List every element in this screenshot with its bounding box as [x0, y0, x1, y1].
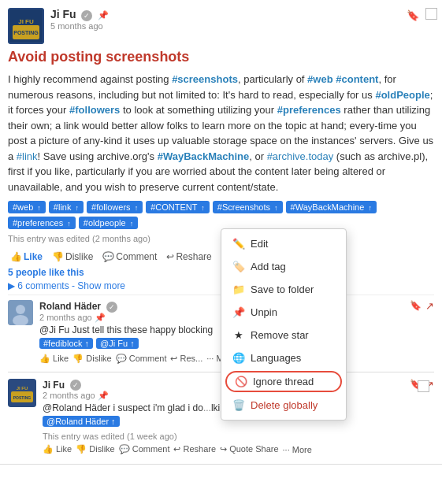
link-text[interactable]: #link: [17, 150, 38, 162]
dropdown-languages[interactable]: 🌐 Languages: [221, 346, 346, 369]
comment-tag-jifu[interactable]: @Ji Fu ↑: [96, 338, 139, 349]
tag-followers[interactable]: #followers ↑: [87, 201, 143, 213]
tag-content[interactable]: #CONTENT ↑: [146, 201, 210, 213]
comment-1-bookmark-icon[interactable]: 🔖: [410, 300, 422, 312]
comment-1-dislike-btn[interactable]: 👎 Dislike: [72, 354, 111, 364]
comment-1-pin: 📌: [95, 313, 106, 322]
post-1-comment-btn[interactable]: 💬 Comment: [100, 250, 159, 264]
post-1-tags: #web ↑ #link ↑ #followers ↑ #CONTENT ↑ #…: [8, 201, 434, 229]
post-1-header: JI FU POSTING Ji Fu ✓ 📌 5 months ago 🔖 ↗: [8, 8, 434, 44]
hashtag-oldpeople[interactable]: #oldPeople: [375, 89, 429, 101]
dropdown-menu: ✏️ Edit 🏷️ Add tag 📁 Save to folder 📌 Un…: [221, 228, 347, 421]
dropdown-save-folder[interactable]: 📁 Save to folder: [221, 278, 346, 301]
comment-1-comment-btn[interactable]: 💬 Comment: [116, 354, 167, 364]
comment-1-avatar: [8, 300, 33, 325]
dropdown-ignore-thread[interactable]: 🚫 Ignore thread: [225, 371, 342, 392]
post-2-dislike-btn[interactable]: 👎 Dislike: [76, 444, 114, 454]
post-2-actions: 👍 Like 👎 Dislike 💬 Comment ↩ Reshare ↪ Q…: [43, 444, 434, 454]
post-1-avatar: JI FU POSTING: [8, 8, 44, 44]
tag-web[interactable]: #web ↑: [8, 201, 46, 213]
post-2-edited: This entry was edited (1 week ago): [43, 432, 434, 441]
dropdown-delete-globally[interactable]: 🗑️ Delete globally: [221, 394, 346, 417]
post-2-quoteshare-btn[interactable]: ↪ Quote Share: [220, 444, 278, 454]
post-1-pin-icon: 📌: [98, 10, 109, 20]
post-1-title: Avoid posting screenshots: [8, 49, 434, 65]
post-1-like-btn[interactable]: 👍 Like: [8, 250, 45, 264]
post-1-time: 5 months ago: [50, 21, 407, 31]
tag-oldpeople[interactable]: #oldpeople ↑: [79, 217, 138, 229]
ignore-icon: 🚫: [235, 376, 247, 387]
tag-preferences[interactable]: #preferences ↑: [8, 217, 76, 229]
svg-point-6: [16, 305, 25, 314]
bookmark-icon[interactable]: 🔖: [407, 9, 419, 21]
trash-icon: 🗑️: [232, 399, 245, 411]
hashtag-waybackmachine[interactable]: #WayBackMachine: [158, 150, 250, 162]
post-1-body: I highly recommend against posting #scre…: [8, 72, 434, 195]
svg-text:JI FU: JI FU: [17, 386, 28, 391]
comment-1-reshare-btn[interactable]: ↩ Res...: [170, 354, 202, 364]
post-2-avatar: JI FU POSTING: [8, 379, 36, 407]
tag-icon: 🏷️: [232, 261, 245, 272]
svg-text:POSTING: POSTING: [13, 395, 32, 400]
pin-icon: 📌: [232, 306, 245, 318]
edit-icon: ✏️: [232, 238, 245, 250]
post-1-meta: Ji Fu ✓ 📌 5 months ago: [50, 8, 407, 31]
svg-text:POSTING: POSTING: [13, 30, 39, 35]
hashtag-followers[interactable]: #followers: [69, 104, 120, 116]
dropdown-unpin[interactable]: 📌 Unpin: [221, 301, 346, 324]
hashtag-preferences[interactable]: #preferences: [277, 104, 341, 116]
post2-tag-roland[interactable]: @Roland Häder ↑: [43, 416, 120, 427]
languages-icon: 🌐: [232, 352, 245, 364]
tag-screenshots[interactable]: #Screenshots ↑: [213, 201, 283, 213]
post-1: JI FU POSTING Ji Fu ✓ 📌 5 months ago 🔖 ↗…: [0, 0, 442, 465]
folder-icon: 📁: [232, 284, 245, 295]
post-1-checkbox-area: [425, 8, 437, 20]
dropdown-remove-star[interactable]: ★ Remove star: [221, 324, 346, 346]
post-2-author[interactable]: Ji Fu: [43, 380, 65, 391]
post-2-more-btn[interactable]: ··· More: [283, 445, 312, 454]
post-1-author[interactable]: Ji Fu: [50, 8, 76, 20]
svg-text:JI FU: JI FU: [18, 18, 34, 25]
post-1-dislike-btn[interactable]: 👎 Dislike: [50, 250, 95, 264]
post-2-comment-btn[interactable]: 💬 Comment: [119, 444, 170, 454]
comment-tag-fediblock[interactable]: #fediblock ↑: [39, 338, 93, 349]
post-2-like-btn[interactable]: 👍 Like: [43, 444, 72, 454]
dropdown-add-tag[interactable]: 🏷️ Add tag: [221, 255, 346, 278]
post-2-reshare-btn[interactable]: ↩ Reshare: [173, 444, 216, 454]
archive-today-link[interactable]: #archive.today: [267, 150, 334, 162]
hashtag-web[interactable]: #web: [307, 73, 333, 85]
post-1-reshare-btn[interactable]: ↩ Reshare: [164, 250, 214, 264]
hashtag-content[interactable]: #content: [336, 73, 378, 85]
comment-1-like-btn[interactable]: 👍 Like: [39, 354, 69, 364]
dropdown-edit[interactable]: ✏️ Edit: [221, 232, 346, 255]
post-1-checkbox[interactable]: [425, 8, 437, 20]
comment-1-verified: ✓: [106, 302, 117, 313]
post-2-checkbox[interactable]: [418, 380, 429, 392]
star-icon: ★: [232, 329, 245, 341]
tag-link[interactable]: #link ↑: [49, 201, 84, 213]
comment-1-author[interactable]: Roland Häder: [39, 301, 101, 312]
post-2-pin: 📌: [98, 391, 109, 400]
hashtag-screenshots[interactable]: #screenshots: [172, 73, 238, 85]
verified-icon: ✓: [81, 10, 92, 21]
comment-1-external-icon[interactable]: ↗: [425, 300, 434, 312]
tag-waybackmachine[interactable]: #WayBackMachine ↑: [286, 201, 377, 213]
post-2-verified: ✓: [70, 380, 81, 391]
